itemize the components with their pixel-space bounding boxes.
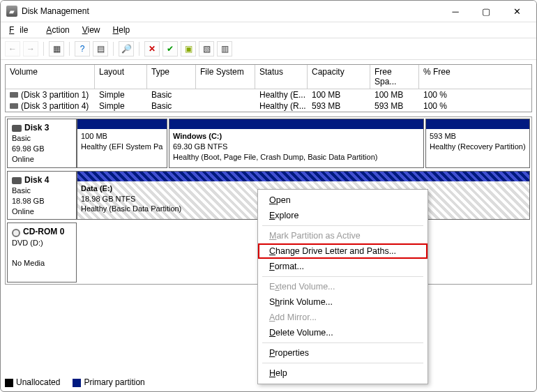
volume-icon xyxy=(10,92,18,98)
menu-help[interactable]: Help xyxy=(107,24,136,36)
ctx-shrink-volume[interactable]: Shrink Volume... xyxy=(258,294,428,310)
toolbar-separator xyxy=(139,42,139,56)
legend-swatch-unallocated xyxy=(5,379,13,387)
ctx-explore[interactable]: Explore xyxy=(258,208,428,223)
context-menu: Open Explore Mark Partition as Active Ch… xyxy=(257,189,428,384)
col-status[interactable]: Status xyxy=(255,65,308,89)
volume-table: Volume Layout Type File System Status Ca… xyxy=(5,64,532,112)
col-volume[interactable]: Volume xyxy=(6,65,95,89)
ctx-format[interactable]: Format... xyxy=(258,259,428,274)
partition-bar xyxy=(77,172,529,181)
close-button[interactable]: ✕ xyxy=(501,1,532,21)
toolbar-separator xyxy=(43,42,44,56)
table-row[interactable]: (Disk 3 partition 1) Simple Basic Health… xyxy=(6,89,531,100)
minimize-button[interactable]: ─ xyxy=(440,1,471,21)
maximize-button[interactable]: ▢ xyxy=(471,1,501,21)
hdd-icon xyxy=(12,125,22,132)
ctx-change-drive-letter[interactable]: Change Drive Letter and Paths... xyxy=(258,243,428,259)
col-filesystem[interactable]: File System xyxy=(196,65,255,89)
hdd-icon xyxy=(12,177,22,184)
partition-bar xyxy=(77,119,167,129)
table-row[interactable]: (Disk 3 partition 4) Simple Basic Health… xyxy=(6,100,531,112)
new-partition-button[interactable]: ▧ xyxy=(199,41,214,56)
volume-icon xyxy=(10,103,18,109)
toolbar-separator xyxy=(113,42,114,56)
ctx-add-mirror: Add Mirror... xyxy=(258,310,428,325)
other-button[interactable]: ▥ xyxy=(217,41,232,56)
ctx-properties[interactable]: Properties xyxy=(258,345,428,361)
grid-button[interactable]: ▦ xyxy=(49,41,64,56)
table-header[interactable]: Volume Layout Type File System Status Ca… xyxy=(6,65,531,89)
partition-bar xyxy=(426,119,529,129)
disk-3-info[interactable]: Disk 3 Basic 69.98 GB Online xyxy=(7,119,77,168)
cdrom-icon xyxy=(12,229,20,237)
col-layout[interactable]: Layout xyxy=(95,65,147,89)
disk-3-partition-2[interactable]: Windows (C:) 69.30 GB NTFS Healthy (Boot… xyxy=(169,119,424,168)
forward-button[interactable]: → xyxy=(23,41,38,56)
disk-4-info[interactable]: Disk 4 Basic 18.98 GB Online xyxy=(7,171,77,220)
legend: Unallocated Primary partition xyxy=(5,377,145,387)
ctx-mark-active: Mark Partition as Active xyxy=(258,228,428,243)
menu-separator xyxy=(262,276,423,277)
delete-icon[interactable]: ✕ xyxy=(144,41,160,56)
new-volume-button[interactable]: ▣ xyxy=(181,41,196,56)
ctx-delete-volume[interactable]: Delete Volume... xyxy=(258,325,428,340)
menu-separator xyxy=(262,225,423,226)
menu-separator xyxy=(262,363,423,363)
disk-3-partition-3[interactable]: 593 MB Healthy (Recovery Partition) xyxy=(425,119,530,168)
ctx-extend-volume: Extend Volume... xyxy=(258,279,428,294)
col-pfree[interactable]: % Free xyxy=(419,65,524,89)
partition-bar xyxy=(169,119,423,129)
menu-view[interactable]: View xyxy=(77,24,106,36)
properties-button[interactable]: ▤ xyxy=(93,41,108,56)
disk-row-3: Disk 3 Basic 69.98 GB Online 100 MB Heal… xyxy=(7,119,530,168)
check-icon[interactable]: ✔ xyxy=(162,41,178,56)
window-title: Disk Management xyxy=(22,6,440,16)
menu-separator xyxy=(262,342,423,343)
app-icon: ▰ xyxy=(6,6,17,17)
cdrom-info[interactable]: CD-ROM 0 DVD (D:) No Media xyxy=(7,223,77,282)
toolbar: ← → ▦ ? ▤ 🔎 ✕ ✔ ▣ ▧ ▥ xyxy=(1,38,536,60)
ctx-open[interactable]: Open xyxy=(258,193,428,208)
toolbar-separator xyxy=(69,42,70,56)
col-free[interactable]: Free Spa... xyxy=(370,65,419,89)
menu-file[interactable]: File xyxy=(3,24,39,36)
back-button[interactable]: ← xyxy=(5,41,20,56)
col-type[interactable]: Type xyxy=(147,65,196,89)
menu-action[interactable]: Action xyxy=(40,24,75,36)
disk-3-partition-1[interactable]: 100 MB Healthy (EFI System Pa xyxy=(77,119,167,168)
scan-button[interactable]: 🔎 xyxy=(119,41,134,56)
col-capacity[interactable]: Capacity xyxy=(308,65,370,89)
ctx-help[interactable]: Help xyxy=(258,365,428,381)
legend-swatch-primary xyxy=(73,379,81,387)
help-icon[interactable]: ? xyxy=(75,41,90,56)
menubar: File Action View Help xyxy=(1,22,536,38)
